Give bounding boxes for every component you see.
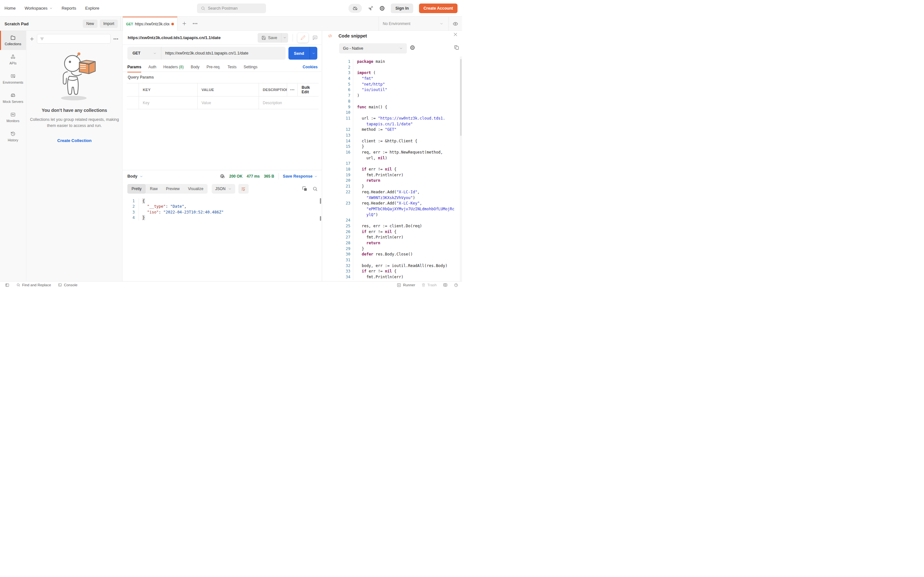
hexagons-icon (10, 54, 16, 60)
snippet-settings-button[interactable] (410, 45, 415, 50)
view-preview[interactable]: Preview (162, 184, 184, 193)
bulk-edit-button[interactable]: Bulk Edit (298, 83, 318, 96)
sidebar-item-monitors[interactable]: Monitors (0, 108, 26, 127)
find-replace-button[interactable]: Find and Replace (16, 283, 51, 287)
chevron-down-icon (399, 47, 403, 50)
snippet-scrollbar[interactable] (460, 59, 462, 136)
url-input[interactable]: https://xw0ntz3k.cloud.tds1.tapapis.cn/1… (162, 51, 286, 55)
response-scrollbar[interactable] (320, 216, 321, 221)
cookies-link[interactable]: Cookies (302, 65, 318, 70)
comment-icon (312, 35, 318, 40)
sidebar-item-collections[interactable]: Collections (0, 31, 26, 50)
nav-explore[interactable]: Explore (86, 6, 99, 11)
copy-icon[interactable] (302, 186, 307, 191)
code-line: 2 "__type": "Date", (123, 204, 322, 210)
offline-cloud-button[interactable] (349, 4, 362, 13)
nav-workspaces[interactable]: Workspaces (25, 6, 53, 11)
key-input[interactable]: Key (139, 97, 198, 109)
response-body-selector[interactable]: Body (128, 174, 143, 179)
comment-button[interactable] (312, 35, 318, 40)
collections-empty-state: You don't have any collections Collectio… (26, 51, 123, 143)
environment-quicklook-button[interactable] (449, 17, 462, 31)
code-line: 25 res, err := client.Do(req) (322, 223, 460, 229)
runner-button[interactable]: Runner (397, 283, 415, 287)
console-button[interactable]: Console (58, 283, 78, 287)
create-account-button[interactable]: Create Account (419, 3, 457, 13)
two-pane-button[interactable] (443, 283, 447, 287)
send-options-button[interactable] (310, 47, 317, 60)
capture-requests-button[interactable] (368, 5, 373, 11)
code-line: 33 if err != nil { (322, 269, 460, 274)
sidebar-item-apis[interactable]: APIs (0, 50, 26, 69)
response-time[interactable]: 477 ms (247, 174, 260, 179)
nav-reports[interactable]: Reports (61, 6, 76, 11)
mock-server-icon (10, 93, 16, 98)
close-icon[interactable] (453, 32, 458, 37)
response-scrollbar[interactable] (320, 198, 321, 204)
code-line: 13 (322, 133, 460, 139)
tab-tests[interactable]: Tests (228, 63, 236, 72)
tab-options-button[interactable] (192, 22, 198, 25)
status-badge[interactable]: 200 OK (229, 174, 242, 179)
method-selector[interactable]: GET (128, 47, 162, 60)
request-tab[interactable]: GET https://xw0ntz3k.clouc (123, 17, 178, 31)
tab-body[interactable]: Body (191, 63, 199, 72)
add-tab-button[interactable] (182, 21, 187, 26)
environment-selector[interactable]: No Environment (379, 21, 439, 26)
language-selector[interactable]: Go - Native (339, 43, 407, 53)
create-collection-link[interactable]: Create Collection (57, 138, 92, 143)
wrap-text-button[interactable] (238, 184, 249, 193)
save-button[interactable]: Save (258, 33, 281, 43)
search-input[interactable]: Search Postman (197, 3, 266, 13)
query-params-table: KEY VALUE DESCRIPTION Bulk Edit Key Valu… (127, 83, 318, 109)
sign-in-button[interactable]: Sign In (391, 3, 413, 13)
import-button[interactable]: Import (100, 19, 118, 28)
request-input-row: GET https://xw0ntz3k.cloud.tds1.tapapis.… (128, 47, 317, 60)
save-options-button[interactable] (281, 33, 288, 43)
collections-options-button[interactable] (113, 37, 118, 40)
code-line: "XW0NTz3KXskZVhVyou") (322, 195, 460, 201)
code-line: 10 (322, 110, 460, 116)
column-options-button[interactable] (287, 83, 298, 96)
send-button[interactable]: Send (288, 47, 310, 60)
monitor-pulse-icon (10, 112, 16, 117)
left-rail: Collections APIs Environments Mock Serve… (0, 31, 26, 281)
network-info-icon[interactable] (220, 174, 225, 179)
tab-prereq[interactable]: Pre-req. (207, 63, 220, 72)
chevron-down-icon (140, 175, 143, 178)
checkbox-column (127, 83, 139, 96)
trash-button[interactable]: Trash (422, 283, 437, 287)
view-pretty[interactable]: Pretty (128, 184, 145, 193)
chevron-down-icon[interactable] (439, 22, 443, 26)
filter-collections-input[interactable] (37, 34, 111, 44)
sidebar-item-mock-servers[interactable]: Mock Servers (0, 89, 26, 108)
format-selector[interactable]: JSON (212, 184, 235, 193)
response-size[interactable]: 365 B (264, 174, 274, 179)
view-visualize[interactable]: Visualize (184, 184, 208, 193)
sidebar-item-environments[interactable]: Environments (0, 69, 26, 89)
search-response-icon[interactable] (312, 186, 318, 191)
rename-request-button[interactable] (297, 33, 309, 43)
sidebar-item-history[interactable]: History (0, 127, 26, 146)
code-line: 4} (123, 215, 322, 221)
add-collection-button[interactable] (29, 37, 34, 41)
code-line: 23 req.Header.Add("X-LC-Key", (322, 201, 460, 206)
help-button[interactable] (454, 283, 458, 287)
settings-button[interactable] (379, 5, 385, 11)
save-response-button[interactable]: Save Response (283, 174, 318, 179)
split-panel-icon (443, 283, 447, 287)
copy-snippet-button[interactable] (454, 45, 459, 50)
tab-auth[interactable]: Auth (148, 63, 156, 72)
value-input[interactable]: Value (198, 97, 259, 109)
row-checkbox[interactable] (127, 97, 139, 109)
description-input[interactable]: Description (259, 97, 318, 109)
code-line: 8 (322, 99, 460, 105)
view-raw[interactable]: Raw (145, 184, 162, 193)
code-line: 29 } (322, 246, 460, 252)
tab-settings[interactable]: Settings (244, 63, 257, 72)
nav-home[interactable]: Home (5, 6, 16, 11)
tab-params[interactable]: Params (128, 63, 141, 72)
tab-headers[interactable]: Headers (8) (163, 63, 184, 72)
toggle-sidebar-button[interactable] (5, 283, 9, 287)
new-button[interactable]: New (83, 19, 97, 28)
